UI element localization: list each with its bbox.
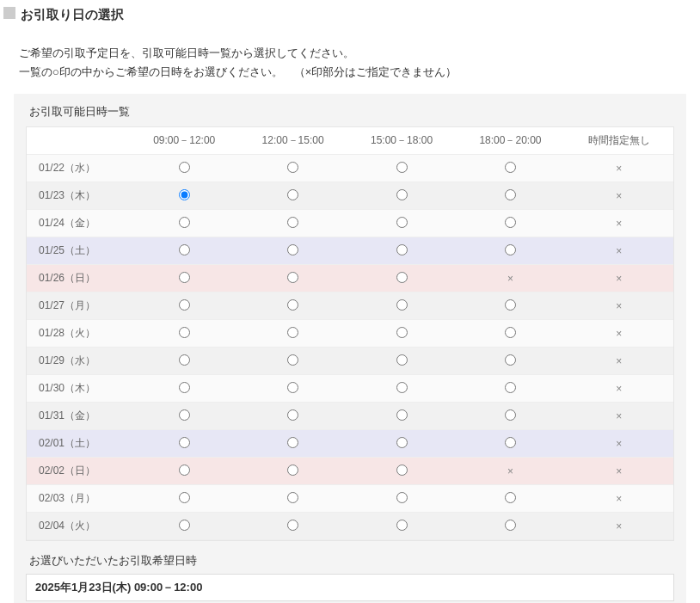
slot-radio[interactable]: [505, 520, 516, 533]
slot-radio[interactable]: [179, 354, 190, 368]
description-line: 一覧の○印の中からご希望の日時をお選びください。 （×印部分はご指定できません）: [19, 63, 681, 82]
slot-radio[interactable]: [505, 492, 516, 506]
slot-radio[interactable]: [396, 272, 408, 286]
slot-cell: [347, 320, 456, 348]
slot-radio[interactable]: [287, 327, 298, 341]
slot-radio[interactable]: [287, 437, 298, 451]
x-mark-icon: ×: [616, 328, 622, 340]
slot-radio[interactable]: [396, 465, 408, 478]
slot-radio[interactable]: [505, 382, 516, 396]
slot-radio[interactable]: [396, 217, 408, 231]
slot-radio[interactable]: [505, 189, 516, 203]
slot-radio[interactable]: [179, 382, 190, 396]
slot-cell: [347, 375, 456, 403]
slot-cell: [347, 292, 456, 320]
slot-radio[interactable]: [396, 382, 408, 396]
slot-radio[interactable]: [179, 465, 190, 478]
table-row: 01/28（火）×: [27, 320, 673, 348]
slot-radio[interactable]: [505, 299, 516, 313]
slot-cell: ×: [565, 403, 673, 430]
slot-radio[interactable]: [179, 217, 190, 231]
slot-radio[interactable]: [287, 520, 298, 533]
slot-radio[interactable]: [505, 162, 516, 175]
slot-radio[interactable]: [396, 409, 408, 423]
slot-cell: [347, 182, 456, 210]
slot-radio[interactable]: [287, 409, 298, 423]
slot-radio[interactable]: [287, 244, 298, 258]
slot-radio[interactable]: [396, 299, 408, 313]
slot-cell: ×: [565, 375, 673, 403]
slot-cell: [456, 155, 564, 182]
col-timeslot: 15:00－18:00: [347, 127, 456, 155]
slot-radio[interactable]: [287, 299, 298, 313]
slot-radio[interactable]: [179, 272, 190, 286]
slot-cell: [238, 458, 347, 485]
slot-cell: [347, 237, 456, 265]
date-cell: 01/23（木）: [27, 182, 130, 210]
slot-radio[interactable]: [287, 272, 298, 286]
slot-radio[interactable]: [396, 492, 408, 506]
slot-radio[interactable]: [396, 244, 408, 258]
slot-radio[interactable]: [396, 327, 408, 341]
slot-radio[interactable]: [396, 354, 408, 368]
slot-radio[interactable]: [287, 465, 298, 478]
slot-radio[interactable]: [179, 492, 190, 506]
slot-radio[interactable]: [505, 437, 516, 451]
slot-radio[interactable]: [179, 189, 190, 203]
date-cell: 02/04（火）: [27, 513, 130, 540]
x-mark-icon: ×: [616, 410, 622, 422]
table-row: 01/29（水）×: [27, 348, 673, 375]
slot-radio[interactable]: [396, 162, 408, 175]
slot-cell: [347, 458, 456, 485]
slot-cell: ×: [456, 458, 564, 485]
slot-radio[interactable]: [396, 520, 408, 533]
slot-radio[interactable]: [396, 437, 408, 451]
slot-cell: [238, 513, 347, 540]
col-timeslot: 18:00－20:00: [456, 127, 564, 155]
slot-radio[interactable]: [505, 244, 516, 258]
slot-radio[interactable]: [179, 327, 190, 341]
slot-radio[interactable]: [505, 217, 516, 231]
table-row: 01/30（木）×: [27, 375, 673, 403]
slot-cell: [456, 320, 564, 348]
date-cell: 02/01（土）: [27, 430, 130, 458]
x-mark-icon: ×: [616, 383, 622, 395]
slot-radio[interactable]: [179, 520, 190, 533]
slot-cell: [347, 265, 456, 292]
slot-radio[interactable]: [287, 382, 298, 396]
slot-radio[interactable]: [287, 217, 298, 231]
table-row: 01/27（月）×: [27, 292, 673, 320]
slot-radio[interactable]: [505, 354, 516, 368]
slot-cell: [130, 182, 238, 210]
table-row: 01/23（木）×: [27, 182, 673, 210]
slot-cell: [238, 375, 347, 403]
slot-radio[interactable]: [287, 354, 298, 368]
slot-radio[interactable]: [287, 492, 298, 506]
slot-cell: [456, 485, 564, 513]
slot-radio[interactable]: [287, 189, 298, 203]
slot-radio[interactable]: [179, 244, 190, 258]
slot-radio[interactable]: [179, 299, 190, 313]
table-row: 02/03（月）×: [27, 485, 673, 513]
slot-cell: ×: [565, 348, 673, 375]
slot-cell: [456, 430, 564, 458]
slot-radio[interactable]: [179, 437, 190, 451]
slot-radio[interactable]: [179, 409, 190, 423]
col-timeslot: 時間指定無し: [565, 127, 673, 155]
selected-label: お選びいただいたお引取希望日時: [29, 553, 674, 569]
slot-radio[interactable]: [396, 189, 408, 203]
slot-radio[interactable]: [505, 409, 516, 423]
date-cell: 01/22（水）: [27, 155, 130, 182]
table-row: 02/04（火）×: [27, 513, 673, 540]
slot-cell: [456, 403, 564, 430]
slot-cell: ×: [565, 513, 673, 540]
slot-cell: [130, 210, 238, 237]
slot-radio[interactable]: [287, 162, 298, 175]
slot-radio[interactable]: [505, 327, 516, 341]
slot-radio[interactable]: [179, 162, 190, 175]
page-title: お引取り日の選択: [0, 0, 700, 30]
slot-cell: ×: [565, 430, 673, 458]
slot-cell: [238, 485, 347, 513]
date-cell: 02/02（日）: [27, 458, 130, 485]
slot-cell: [347, 155, 456, 182]
